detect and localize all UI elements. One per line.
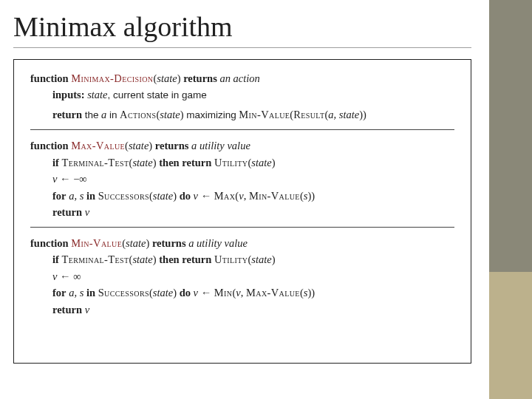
fn-result: Result: [293, 109, 324, 120]
line: return v: [30, 301, 454, 318]
kw-in: in: [109, 109, 117, 120]
algorithm-box: function Minimax-Decision(state) returns…: [13, 59, 471, 364]
fn-minimax-decision: Minimax-Decision: [71, 72, 153, 84]
kw-inputs: inputs:: [52, 89, 85, 100]
fn-min-value: Min-Value: [71, 237, 122, 249]
ret-utility: a utility value: [191, 140, 250, 151]
func-max-value: function Max-Value(state) returns a util…: [30, 137, 454, 220]
line: function Minimax-Decision(state) returns…: [30, 70, 454, 86]
strip-bottom: [489, 272, 532, 399]
kw-returns: returns: [183, 72, 217, 84]
divider: [30, 227, 454, 228]
kw-return: return: [52, 109, 82, 120]
line: inputs: state, current state in game: [30, 86, 454, 103]
fn-min-value: Min-Value: [239, 109, 290, 120]
line: function Min-Value(state) returns a util…: [30, 235, 454, 251]
txt-maximizing: maximizing: [186, 109, 236, 120]
arg-state: state: [87, 89, 107, 100]
line: return the a in Actions(state) maximizin…: [30, 106, 454, 123]
line: for a, s in Successors(state) do v ← Max…: [30, 188, 454, 204]
desc-current-state: current state in game: [113, 89, 207, 100]
slide-title: Minimax algorithm: [13, 10, 233, 43]
kw-function: function: [30, 72, 69, 84]
divider: [30, 129, 454, 130]
txt-the: the: [85, 109, 99, 120]
arrow: ←: [60, 173, 71, 185]
var-v: v: [52, 173, 57, 185]
line: if Terminal-Test(state) then return Util…: [30, 154, 454, 171]
ret-action: an action: [219, 72, 259, 84]
func-minimax-decision: function Minimax-Decision(state) returns…: [30, 70, 454, 123]
line: if Terminal-Test(state) then return Util…: [30, 251, 454, 267]
line: for a, s in Successors(state) do v ← Min…: [30, 284, 454, 301]
fn-successors: Successors: [98, 190, 149, 202]
neg-infinity: −∞: [73, 173, 87, 185]
line: function Max-Value(state) returns a util…: [30, 137, 454, 154]
fn-utility: Utility: [214, 157, 248, 168]
title-underline: [13, 47, 471, 48]
kw-for: for: [52, 190, 66, 202]
fn-actions: Actions: [120, 109, 156, 120]
line: v ← ∞: [30, 268, 454, 284]
kw-do: do: [180, 190, 191, 202]
line: return v: [30, 204, 454, 220]
fn-terminal-test: Terminal-Test: [61, 157, 129, 168]
fn-max-value: Max-Value: [71, 140, 125, 151]
var-a: a: [101, 109, 106, 120]
arg-state: state: [157, 72, 177, 84]
kw-if: if: [52, 157, 59, 168]
kw-then-return: then return: [159, 157, 211, 168]
line: v ← −∞: [30, 171, 454, 187]
pos-infinity: ∞: [73, 270, 81, 282]
strip-top: [489, 0, 532, 272]
right-accent-strip: [489, 0, 532, 399]
fn-max: Max: [214, 190, 236, 202]
fn-min: Min: [214, 287, 233, 299]
func-min-value: function Min-Value(state) returns a util…: [30, 235, 454, 318]
vars-a-s: a, s: [69, 190, 83, 202]
